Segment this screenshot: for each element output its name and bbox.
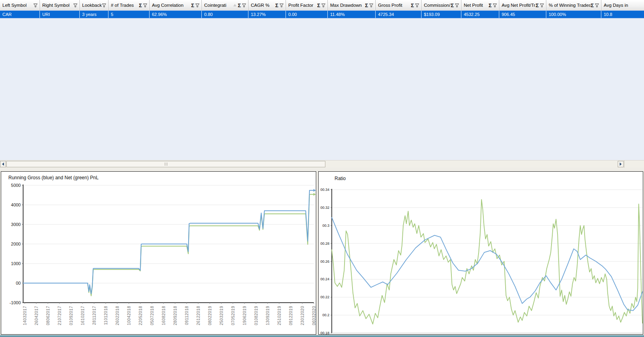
scroll-right-arrow-icon [620, 163, 622, 166]
column-header-gross-profit[interactable]: Gross ProfitΣ [376, 0, 421, 10]
row-cell-left-symbol[interactable]: CAR [0, 11, 40, 18]
row-cell-commission[interactable]: $193.09 [421, 11, 461, 18]
column-header-avg-days-in[interactable]: Avg Days in [601, 0, 644, 10]
sigma-summary-icon[interactable]: Σ [317, 3, 320, 8]
row-cell-lookback[interactable]: 3 years [80, 11, 108, 18]
x-axis-tick-label: 26122018 [196, 306, 201, 325]
column-header-icons: Σ [488, 3, 497, 8]
filter-funnel-icon[interactable] [595, 3, 599, 8]
x-axis-tick-label: 05072018 [150, 306, 154, 325]
sigma-summary-icon[interactable]: Σ [451, 3, 454, 8]
x-axis-tick-label: 26042017 [34, 306, 39, 325]
filter-funnel-icon[interactable] [321, 3, 326, 8]
column-header-left-symbol[interactable]: Left Symbol [0, 0, 40, 10]
y-axis-tick-label: 00.34 [320, 188, 329, 192]
y-axis-tick-label: 00.3 [322, 224, 329, 228]
column-header-icons: Σ [233, 3, 246, 8]
column-header-profit-factor[interactable]: Profit FactorΣ [286, 0, 328, 10]
column-header-avg-correlation[interactable]: Avg CorrelationΣ [150, 0, 202, 10]
x-axis-tick-label: 19062019 [242, 306, 247, 325]
column-header-icons: Σ [317, 3, 326, 8]
ratio-green-line [332, 200, 642, 324]
column-header-commission[interactable]: Commission/Σ [421, 0, 461, 10]
bottom-status-strip [0, 335, 644, 337]
x-axis-tick-label: 25032019 [219, 306, 224, 325]
column-header-label: Max Drawdown [330, 3, 365, 8]
scroll-right-button[interactable] [618, 161, 624, 167]
column-header-of-trades[interactable]: # of TradesΣ [108, 0, 150, 10]
filter-funnel-icon[interactable] [143, 3, 148, 8]
filter-funnel-icon[interactable] [242, 3, 246, 8]
filter-funnel-icon[interactable] [195, 3, 200, 8]
sigma-summary-icon[interactable]: Σ [488, 3, 492, 8]
sigma-summary-icon[interactable]: Σ [536, 3, 539, 8]
column-header-label: Avg Correlation [152, 3, 191, 8]
row-cell-profit-factor[interactable]: 0.00 [286, 11, 328, 18]
x-axis-tick-label: 26022018 [115, 306, 120, 325]
x-axis-tick-label: 01082019 [254, 306, 258, 325]
filter-funnel-icon[interactable] [33, 3, 38, 8]
sigma-summary-icon[interactable]: Σ [275, 3, 278, 8]
sigma-summary-icon[interactable]: Σ [365, 3, 368, 8]
row-cell-cagr[interactable]: 13.27% [248, 11, 286, 18]
column-header-icons [33, 3, 38, 8]
column-header-icons: Σ [191, 3, 200, 8]
filter-funnel-icon[interactable] [455, 3, 459, 8]
pairs-trading-app: Left SymbolRight SymbolLookback# of Trad… [0, 0, 644, 337]
column-header-icons: Σ [451, 3, 459, 8]
column-header-label: Cointegrati [204, 3, 233, 8]
y-axis-tick-label: -1000 [10, 300, 21, 305]
column-header-lookback[interactable]: Lookback [80, 0, 108, 10]
filter-funnel-icon[interactable] [369, 3, 374, 8]
x-axis-tick-label: 06032020 [312, 306, 316, 325]
column-header-icons: Σ [139, 3, 148, 8]
column-header-cointegrati[interactable]: CointegratiΣ [202, 0, 248, 10]
sigma-summary-icon[interactable]: Σ [191, 3, 194, 8]
row-cell-net-profit[interactable]: 4532.25 [461, 11, 499, 18]
sigma-summary-icon[interactable]: Σ [238, 3, 241, 8]
row-cell-of-trades[interactable]: 5 [108, 11, 150, 18]
pnl-chart-panel: 5000400030002000100000-10001403201726042… [1, 171, 316, 335]
grid-selected-row[interactable]: CARURI3 years562.96%0.8013.27%0.0011.48%… [0, 10, 644, 18]
y-axis-tick-label: 00.18 [320, 331, 329, 334]
horizontal-scrollbar[interactable] [0, 160, 644, 168]
sigma-summary-icon[interactable]: Σ [411, 3, 414, 8]
filter-funnel-icon[interactable] [279, 3, 284, 8]
row-cell-max-drawdown[interactable]: 11.48% [328, 11, 376, 18]
filter-funnel-icon[interactable] [540, 3, 544, 8]
row-cell-cointegrati[interactable]: 0.80 [202, 11, 248, 18]
x-axis-tick-label: 08062017 [46, 306, 50, 325]
column-header-avg-net-profit-trade[interactable]: Avg Net Profit/TradeΣ [499, 0, 546, 10]
x-axis-tick-label: 13092019 [266, 306, 270, 325]
column-header-label: Lookback [82, 3, 102, 8]
ratio-chart-panel: 00.3400.3200.300.2800.2600.2400.2200.200… [318, 171, 643, 335]
column-header-max-drawdown[interactable]: Max DrawdownΣ [328, 0, 376, 10]
sigma-summary-icon[interactable]: Σ [139, 3, 142, 8]
column-header-label: % of Winning Trades [549, 3, 591, 8]
filter-funnel-icon[interactable] [102, 3, 106, 8]
scroll-left-button[interactable] [0, 161, 6, 167]
results-grid: Left SymbolRight SymbolLookback# of Trad… [0, 0, 644, 160]
filter-funnel-icon[interactable] [73, 3, 78, 8]
row-cell-avg-days-in[interactable]: 10.8 [601, 11, 644, 18]
column-header-cagr[interactable]: CAGR %Σ [248, 0, 286, 10]
x-axis-tick-label: 16102017 [81, 306, 85, 325]
x-axis-tick-label: 09112018 [185, 306, 189, 325]
row-cell-right-symbol[interactable]: URI [40, 11, 80, 18]
x-axis-tick-label: 22052018 [138, 306, 143, 325]
row-cell-avg-correlation[interactable]: 62.96% [150, 11, 202, 18]
filter-funnel-icon[interactable] [415, 3, 419, 8]
column-header-of-winning-trades[interactable]: % of Winning TradesΣ [546, 0, 601, 10]
row-cell-gross-profit[interactable]: 4725.34 [376, 11, 421, 18]
column-header-net-profit[interactable]: Net ProfitΣ [461, 0, 499, 10]
column-header-icons: Σ [365, 3, 374, 8]
sigma-summary-icon[interactable]: Σ [591, 3, 594, 8]
x-axis-tick-label: 10042018 [127, 306, 131, 325]
column-header-right-symbol[interactable]: Right Symbol [40, 0, 80, 10]
ratio-chart-title: Ratio [335, 176, 346, 181]
x-axis-tick-label: 28112017 [92, 306, 97, 325]
filter-funnel-icon[interactable] [492, 3, 497, 8]
row-cell-of-winning-trades[interactable]: 100.00% [546, 11, 601, 18]
row-cell-avg-net-profit-trade[interactable]: 906.45 [499, 11, 546, 18]
scrollbar-thumb[interactable] [6, 161, 325, 167]
